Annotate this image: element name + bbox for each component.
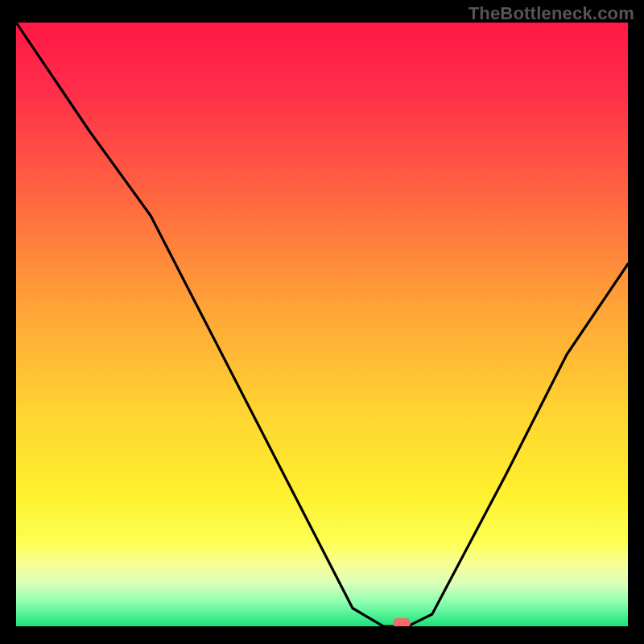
watermark-text: TheBottleneck.com (469, 3, 634, 24)
curve-svg (16, 23, 628, 626)
optimal-marker (393, 618, 411, 626)
bottleneck-curve (16, 23, 628, 626)
chart-frame: TheBottleneck.com (0, 0, 644, 644)
plot-area (16, 23, 628, 626)
